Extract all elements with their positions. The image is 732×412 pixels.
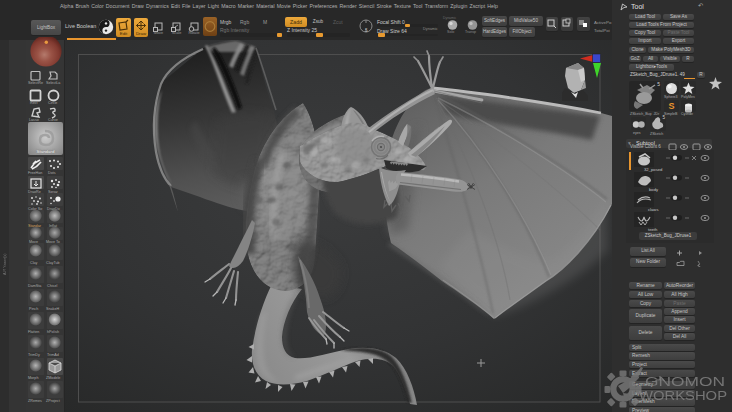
svg-text:GNOMON: GNOMON	[645, 375, 725, 389]
svg-text:WORKSHOP: WORKSHOP	[639, 389, 727, 403]
